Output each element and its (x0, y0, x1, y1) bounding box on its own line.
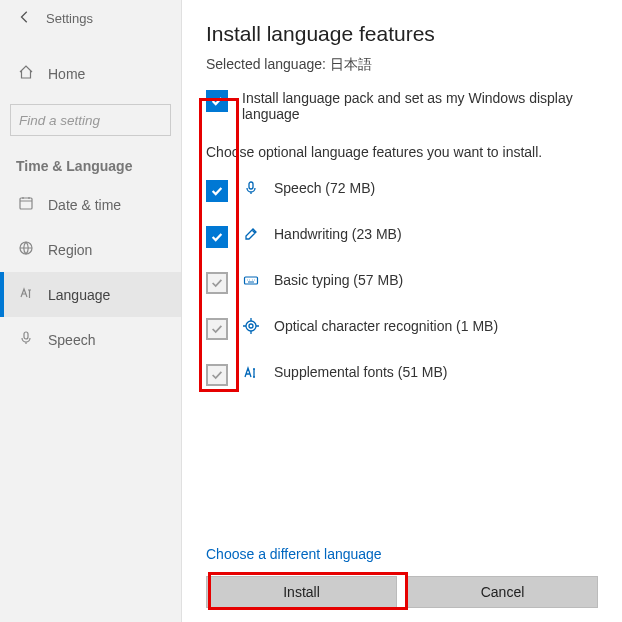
svg-rect-0 (20, 198, 32, 209)
feature-row-ocr: Optical character recognition (1 MB) (206, 318, 598, 340)
footer: Choose a different language Install Canc… (206, 542, 598, 608)
checkbox-speech[interactable] (206, 180, 228, 202)
optional-description: Choose optional language features you wa… (206, 144, 598, 160)
feature-row-handwriting: Handwriting (23 MB) (206, 226, 598, 248)
language-icon (18, 285, 34, 304)
checkbox-primary[interactable] (206, 90, 228, 112)
font-icon (242, 364, 260, 380)
sidebar-item-region[interactable]: Region (0, 227, 181, 272)
pencil-icon (242, 226, 260, 242)
calendar-icon (18, 195, 34, 214)
page-title: Install language features (206, 22, 598, 46)
microphone-icon (18, 330, 34, 349)
home-icon (18, 64, 34, 83)
feature-label: Speech (72 MB) (274, 180, 375, 196)
feature-row-typing: Basic typing (57 MB) (206, 272, 598, 294)
svg-rect-2 (24, 332, 28, 339)
sidebar-item-language[interactable]: Language (0, 272, 181, 317)
microphone-icon (242, 180, 260, 196)
home-nav[interactable]: Home (0, 55, 181, 92)
sidebar-item-label: Date & time (48, 197, 121, 213)
keyboard-icon (242, 272, 260, 288)
checkbox-fonts[interactable] (206, 364, 228, 386)
sidebar: Settings Home Find a setting Time & Lang… (0, 0, 182, 622)
svg-rect-3 (249, 182, 253, 189)
selected-language: Selected language: 日本語 (206, 56, 598, 74)
section-title: Time & Language (0, 136, 181, 182)
main-panel: Install language features Selected langu… (182, 0, 622, 622)
back-icon[interactable] (18, 10, 32, 27)
feature-label: Supplemental fonts (51 MB) (274, 364, 448, 380)
sidebar-item-speech[interactable]: Speech (0, 317, 181, 362)
feature-label: Handwriting (23 MB) (274, 226, 402, 242)
cancel-button[interactable]: Cancel (407, 576, 598, 608)
svg-point-5 (246, 321, 256, 331)
svg-point-6 (249, 324, 253, 328)
search-placeholder: Find a setting (19, 113, 100, 128)
search-input[interactable]: Find a setting (10, 104, 171, 136)
choose-different-link[interactable]: Choose a different language (206, 542, 598, 566)
install-button[interactable]: Install (206, 576, 397, 608)
checkbox-handwriting[interactable] (206, 226, 228, 248)
checkbox-ocr[interactable] (206, 318, 228, 340)
button-row: Install Cancel (206, 576, 598, 608)
feature-label: Optical character recognition (1 MB) (274, 318, 498, 334)
sidebar-item-label: Language (48, 287, 110, 303)
feature-row-speech: Speech (72 MB) (206, 180, 598, 202)
sidebar-item-label: Speech (48, 332, 95, 348)
ocr-icon (242, 318, 260, 334)
primary-option-row: Install language pack and set as my Wind… (206, 90, 598, 122)
feature-row-fonts: Supplemental fonts (51 MB) (206, 364, 598, 386)
svg-rect-4 (245, 277, 258, 284)
settings-title: Settings (46, 11, 93, 26)
sidebar-item-date-time[interactable]: Date & time (0, 182, 181, 227)
feature-label: Basic typing (57 MB) (274, 272, 403, 288)
primary-option-label: Install language pack and set as my Wind… (242, 90, 598, 122)
globe-icon (18, 240, 34, 259)
sidebar-item-label: Region (48, 242, 92, 258)
checkbox-typing[interactable] (206, 272, 228, 294)
header-row: Settings (0, 0, 181, 37)
home-label: Home (48, 66, 85, 82)
